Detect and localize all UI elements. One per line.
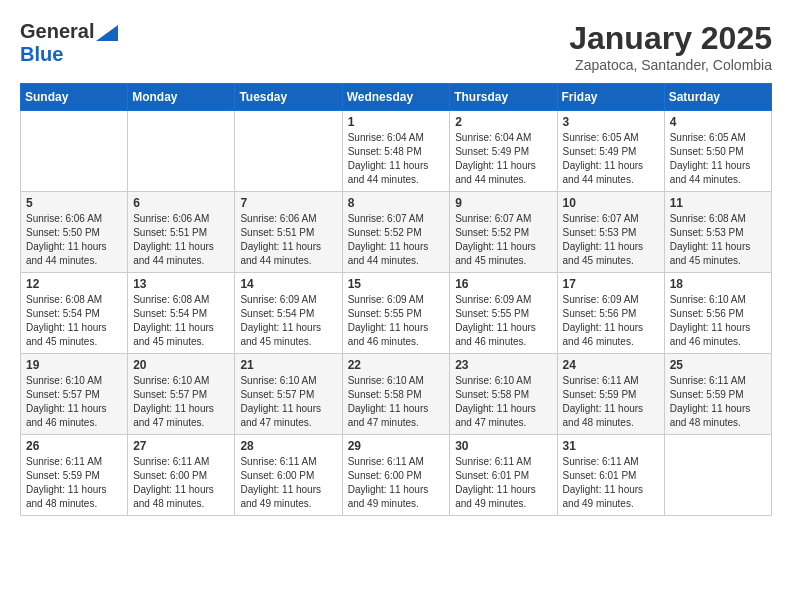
calendar-cell: 18Sunrise: 6:10 AM Sunset: 5:56 PM Dayli… xyxy=(664,273,771,354)
day-info: Sunrise: 6:04 AM Sunset: 5:48 PM Dayligh… xyxy=(348,131,445,187)
calendar-cell xyxy=(21,111,128,192)
calendar-cell: 27Sunrise: 6:11 AM Sunset: 6:00 PM Dayli… xyxy=(128,435,235,516)
calendar-table: SundayMondayTuesdayWednesdayThursdayFrid… xyxy=(20,83,772,516)
weekday-header-row: SundayMondayTuesdayWednesdayThursdayFrid… xyxy=(21,84,772,111)
day-number: 11 xyxy=(670,196,766,210)
day-number: 25 xyxy=(670,358,766,372)
day-info: Sunrise: 6:10 AM Sunset: 5:57 PM Dayligh… xyxy=(240,374,336,430)
header: General Blue January 2025 Zapatoca, Sant… xyxy=(20,20,772,73)
svg-marker-0 xyxy=(96,25,118,41)
day-info: Sunrise: 6:11 AM Sunset: 6:00 PM Dayligh… xyxy=(240,455,336,511)
day-info: Sunrise: 6:10 AM Sunset: 5:58 PM Dayligh… xyxy=(455,374,551,430)
day-info: Sunrise: 6:09 AM Sunset: 5:54 PM Dayligh… xyxy=(240,293,336,349)
day-number: 5 xyxy=(26,196,122,210)
day-number: 23 xyxy=(455,358,551,372)
calendar-cell: 19Sunrise: 6:10 AM Sunset: 5:57 PM Dayli… xyxy=(21,354,128,435)
day-info: Sunrise: 6:11 AM Sunset: 5:59 PM Dayligh… xyxy=(563,374,659,430)
calendar-cell: 20Sunrise: 6:10 AM Sunset: 5:57 PM Dayli… xyxy=(128,354,235,435)
day-number: 4 xyxy=(670,115,766,129)
day-number: 27 xyxy=(133,439,229,453)
calendar-cell: 6Sunrise: 6:06 AM Sunset: 5:51 PM Daylig… xyxy=(128,192,235,273)
day-number: 3 xyxy=(563,115,659,129)
calendar-cell: 3Sunrise: 6:05 AM Sunset: 5:49 PM Daylig… xyxy=(557,111,664,192)
day-info: Sunrise: 6:10 AM Sunset: 5:57 PM Dayligh… xyxy=(133,374,229,430)
day-number: 7 xyxy=(240,196,336,210)
calendar-cell: 8Sunrise: 6:07 AM Sunset: 5:52 PM Daylig… xyxy=(342,192,450,273)
calendar-cell: 26Sunrise: 6:11 AM Sunset: 5:59 PM Dayli… xyxy=(21,435,128,516)
week-row-5: 26Sunrise: 6:11 AM Sunset: 5:59 PM Dayli… xyxy=(21,435,772,516)
day-number: 31 xyxy=(563,439,659,453)
day-info: Sunrise: 6:06 AM Sunset: 5:51 PM Dayligh… xyxy=(240,212,336,268)
day-info: Sunrise: 6:08 AM Sunset: 5:54 PM Dayligh… xyxy=(133,293,229,349)
day-info: Sunrise: 6:11 AM Sunset: 6:01 PM Dayligh… xyxy=(563,455,659,511)
day-number: 14 xyxy=(240,277,336,291)
day-number: 10 xyxy=(563,196,659,210)
calendar-cell: 14Sunrise: 6:09 AM Sunset: 5:54 PM Dayli… xyxy=(235,273,342,354)
day-info: Sunrise: 6:09 AM Sunset: 5:55 PM Dayligh… xyxy=(455,293,551,349)
calendar-cell: 11Sunrise: 6:08 AM Sunset: 5:53 PM Dayli… xyxy=(664,192,771,273)
calendar-cell xyxy=(664,435,771,516)
day-number: 15 xyxy=(348,277,445,291)
weekday-saturday: Saturday xyxy=(664,84,771,111)
day-info: Sunrise: 6:07 AM Sunset: 5:53 PM Dayligh… xyxy=(563,212,659,268)
calendar-cell: 5Sunrise: 6:06 AM Sunset: 5:50 PM Daylig… xyxy=(21,192,128,273)
calendar-cell: 16Sunrise: 6:09 AM Sunset: 5:55 PM Dayli… xyxy=(450,273,557,354)
weekday-monday: Monday xyxy=(128,84,235,111)
day-info: Sunrise: 6:11 AM Sunset: 6:00 PM Dayligh… xyxy=(348,455,445,511)
weekday-friday: Friday xyxy=(557,84,664,111)
title-area: January 2025 Zapatoca, Santander, Colomb… xyxy=(569,20,772,73)
day-info: Sunrise: 6:07 AM Sunset: 5:52 PM Dayligh… xyxy=(348,212,445,268)
day-number: 21 xyxy=(240,358,336,372)
week-row-3: 12Sunrise: 6:08 AM Sunset: 5:54 PM Dayli… xyxy=(21,273,772,354)
calendar-cell: 7Sunrise: 6:06 AM Sunset: 5:51 PM Daylig… xyxy=(235,192,342,273)
calendar-cell: 23Sunrise: 6:10 AM Sunset: 5:58 PM Dayli… xyxy=(450,354,557,435)
day-number: 29 xyxy=(348,439,445,453)
calendar-cell: 31Sunrise: 6:11 AM Sunset: 6:01 PM Dayli… xyxy=(557,435,664,516)
logo: General Blue xyxy=(20,20,118,66)
calendar-cell xyxy=(128,111,235,192)
day-number: 28 xyxy=(240,439,336,453)
day-info: Sunrise: 6:11 AM Sunset: 5:59 PM Dayligh… xyxy=(670,374,766,430)
day-info: Sunrise: 6:10 AM Sunset: 5:58 PM Dayligh… xyxy=(348,374,445,430)
calendar-cell: 25Sunrise: 6:11 AM Sunset: 5:59 PM Dayli… xyxy=(664,354,771,435)
day-number: 16 xyxy=(455,277,551,291)
day-info: Sunrise: 6:05 AM Sunset: 5:50 PM Dayligh… xyxy=(670,131,766,187)
day-number: 22 xyxy=(348,358,445,372)
calendar-cell: 10Sunrise: 6:07 AM Sunset: 5:53 PM Dayli… xyxy=(557,192,664,273)
weekday-wednesday: Wednesday xyxy=(342,84,450,111)
day-info: Sunrise: 6:08 AM Sunset: 5:53 PM Dayligh… xyxy=(670,212,766,268)
weekday-sunday: Sunday xyxy=(21,84,128,111)
calendar-body: 1Sunrise: 6:04 AM Sunset: 5:48 PM Daylig… xyxy=(21,111,772,516)
calendar-cell: 13Sunrise: 6:08 AM Sunset: 5:54 PM Dayli… xyxy=(128,273,235,354)
calendar-cell: 22Sunrise: 6:10 AM Sunset: 5:58 PM Dayli… xyxy=(342,354,450,435)
logo-icon xyxy=(96,25,118,41)
calendar-cell: 21Sunrise: 6:10 AM Sunset: 5:57 PM Dayli… xyxy=(235,354,342,435)
day-number: 26 xyxy=(26,439,122,453)
calendar-cell: 9Sunrise: 6:07 AM Sunset: 5:52 PM Daylig… xyxy=(450,192,557,273)
day-number: 6 xyxy=(133,196,229,210)
day-info: Sunrise: 6:08 AM Sunset: 5:54 PM Dayligh… xyxy=(26,293,122,349)
day-info: Sunrise: 6:09 AM Sunset: 5:55 PM Dayligh… xyxy=(348,293,445,349)
calendar-cell: 1Sunrise: 6:04 AM Sunset: 5:48 PM Daylig… xyxy=(342,111,450,192)
day-number: 24 xyxy=(563,358,659,372)
day-number: 17 xyxy=(563,277,659,291)
day-info: Sunrise: 6:10 AM Sunset: 5:56 PM Dayligh… xyxy=(670,293,766,349)
day-info: Sunrise: 6:11 AM Sunset: 6:00 PM Dayligh… xyxy=(133,455,229,511)
day-number: 12 xyxy=(26,277,122,291)
calendar-cell: 30Sunrise: 6:11 AM Sunset: 6:01 PM Dayli… xyxy=(450,435,557,516)
day-info: Sunrise: 6:05 AM Sunset: 5:49 PM Dayligh… xyxy=(563,131,659,187)
day-info: Sunrise: 6:06 AM Sunset: 5:50 PM Dayligh… xyxy=(26,212,122,268)
calendar-cell xyxy=(235,111,342,192)
calendar-cell: 29Sunrise: 6:11 AM Sunset: 6:00 PM Dayli… xyxy=(342,435,450,516)
day-info: Sunrise: 6:10 AM Sunset: 5:57 PM Dayligh… xyxy=(26,374,122,430)
calendar-cell: 28Sunrise: 6:11 AM Sunset: 6:00 PM Dayli… xyxy=(235,435,342,516)
day-number: 18 xyxy=(670,277,766,291)
week-row-4: 19Sunrise: 6:10 AM Sunset: 5:57 PM Dayli… xyxy=(21,354,772,435)
day-info: Sunrise: 6:06 AM Sunset: 5:51 PM Dayligh… xyxy=(133,212,229,268)
logo-general: General xyxy=(20,20,94,43)
logo-blue: Blue xyxy=(20,43,63,65)
calendar-cell: 17Sunrise: 6:09 AM Sunset: 5:56 PM Dayli… xyxy=(557,273,664,354)
weekday-tuesday: Tuesday xyxy=(235,84,342,111)
weekday-thursday: Thursday xyxy=(450,84,557,111)
day-info: Sunrise: 6:07 AM Sunset: 5:52 PM Dayligh… xyxy=(455,212,551,268)
